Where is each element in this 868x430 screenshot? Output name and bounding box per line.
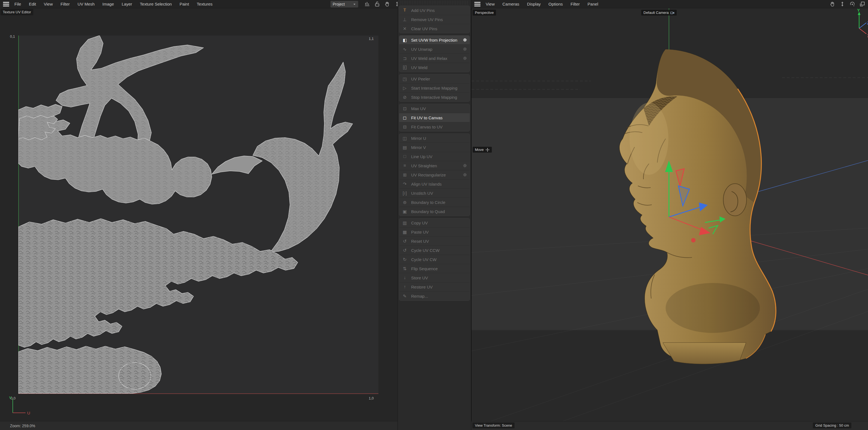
uv-cmd-label: UV Rectangularize xyxy=(411,173,446,177)
uv-cmd-unstitch-uv[interactable]: [≀]Unstitch UV xyxy=(399,189,470,198)
projection-label[interactable]: Perspective xyxy=(473,10,496,16)
uv-cmd-uv-unwrap[interactable]: ∿UV Unwrap xyxy=(399,45,470,54)
active-tool-label[interactable]: Move xyxy=(473,147,492,152)
uv-cmd-label: Flip Sequence xyxy=(411,266,438,271)
uv-cmd-boundary-to-circle[interactable]: ⊚Boundary to Circle xyxy=(399,198,470,207)
uv-cmd-clear-uv-pins[interactable]: ✕Clear UV Pins xyxy=(399,24,470,33)
fit-uv-canvas-icon: ◻ xyxy=(401,115,408,120)
uv-cmd-mirror-u[interactable]: ◫Mirror U xyxy=(399,134,470,143)
uv-cmd-align-uv-islands[interactable]: ↷Align UV Islands xyxy=(399,179,470,189)
uv-cmd-label: Max UV xyxy=(411,106,426,111)
uv-cmd-label: Cycle UV CW xyxy=(411,257,437,262)
uv-cmd-label: Set UVW from Projection xyxy=(411,38,458,42)
menu-paint[interactable]: Paint xyxy=(176,2,193,6)
uv-corner-bottom-right: 1,0 xyxy=(369,396,374,400)
uv-cmd-paste-uv[interactable]: ▦Paste UV xyxy=(399,227,470,236)
panel-grip[interactable] xyxy=(400,1,469,4)
uv-cmd-remove-uv-pins[interactable]: ⊥Remove UV Pins xyxy=(399,15,470,24)
viewport-menubar: ViewCamerasDisplayOptionsFilterPanel xyxy=(471,0,868,8)
uv-cmd-label: Paste UV xyxy=(411,230,429,234)
menu-cameras[interactable]: Cameras xyxy=(498,2,523,6)
uv-cmd-start-interactive-mapping[interactable]: ▷Start Interactive Mapping xyxy=(399,83,470,92)
project-dropdown-value: Project xyxy=(333,2,345,6)
stop-icon: ⊘ xyxy=(401,94,408,100)
uv-cmd-stop-interactive-mapping[interactable]: ⊘Stop Interactive Mapping xyxy=(399,92,470,102)
uv-command-group: ◧Set UVW from Projection∿UV Unwrap⊐UV We… xyxy=(399,35,470,72)
uv-cmd-label: Cycle UV CCW xyxy=(411,248,440,253)
uv-command-panel: ŦAdd UV Pins⊥Remove UV Pins✕Clear UV Pin… xyxy=(398,0,471,430)
camera-label[interactable]: Default Camera xyxy=(641,10,677,16)
gear-icon[interactable] xyxy=(462,47,467,52)
menu-options[interactable]: Options xyxy=(545,2,567,6)
uv-cmd-cycle-uv-cw[interactable]: ↻Cycle UV CW xyxy=(399,255,470,264)
unstitch-icon: [≀] xyxy=(401,191,408,196)
uv-cmd-restore-uv[interactable]: ↑Restore UV xyxy=(399,282,470,291)
uv-cmd-uv-weld-and-relax[interactable]: ⊐UV Weld and Relax xyxy=(399,54,470,63)
uv-cmd-copy-uv[interactable]: ▥Copy UV xyxy=(399,218,470,227)
uv-cmd-remap[interactable]: ✎Remap... xyxy=(399,291,470,300)
pin-remove-icon: ⊥ xyxy=(401,17,408,22)
uv-cmd-uv-peeler[interactable]: ◳UV Peeler xyxy=(399,74,470,83)
menu-textures[interactable]: Textures xyxy=(193,2,217,6)
menu-view[interactable]: View xyxy=(40,2,57,6)
lock-open-icon[interactable] xyxy=(374,1,380,7)
uv-cmd-line-up-uv[interactable]: □Line Up UV xyxy=(399,152,470,161)
uv-cmd-label: Add UV Pins xyxy=(411,8,435,13)
menu-edit[interactable]: Edit xyxy=(25,2,40,6)
menu-uv-mesh[interactable]: UV Mesh xyxy=(74,2,99,6)
uv-cmd-cycle-uv-ccw[interactable]: ↺Cycle UV CCW xyxy=(399,246,470,255)
pin-add-icon: Ŧ xyxy=(401,8,408,13)
chevron-down-icon xyxy=(353,3,356,6)
pan-hand-icon[interactable] xyxy=(384,1,390,7)
uv-cmd-boundary-to-quad[interactable]: ▣Boundary to Quad xyxy=(399,207,470,216)
menu-view[interactable]: View xyxy=(482,2,498,6)
uv-cmd-uv-rectangularize[interactable]: ⊞UV Rectangularize xyxy=(399,170,470,179)
weld-relax-icon: ⊐ xyxy=(401,56,408,61)
flip-sequence-icon: ⇅ xyxy=(401,266,408,271)
menu-icon[interactable] xyxy=(3,2,9,7)
menu-filter[interactable]: Filter xyxy=(57,2,73,6)
histogram-icon[interactable] xyxy=(364,1,370,7)
uv-editor-title: Texture UV Editor xyxy=(1,9,33,15)
viewport-3d[interactable]: Y Z X Perspective Default Camera Move xyxy=(471,8,868,421)
uv-cmd-uv-straighten[interactable]: ≡UV Straighten xyxy=(399,161,470,170)
uv-cmd-label: Unstitch UV xyxy=(411,191,433,196)
uv-command-group: ◳UV Peeler▷Start Interactive Mapping⊘Sto… xyxy=(399,74,470,102)
pan-hand-icon[interactable] xyxy=(830,1,835,7)
uv-command-group: ◫Mirror U▤Mirror V□Line Up UV≡UV Straigh… xyxy=(399,134,470,216)
menu-file[interactable]: File xyxy=(10,2,25,6)
uv-cmd-set-uvw-from-projection[interactable]: ◧Set UVW from Projection xyxy=(399,35,470,45)
dolly-updown-icon[interactable] xyxy=(839,1,845,7)
gear-icon[interactable] xyxy=(462,37,467,42)
viewport-status-bar: View Transform: Scene Grid Spacing : 50 … xyxy=(471,421,868,430)
menu-filter[interactable]: Filter xyxy=(567,2,584,6)
gear-icon[interactable] xyxy=(462,172,467,177)
maximize-view-icon[interactable] xyxy=(859,1,865,7)
menu-texture-selection[interactable]: Texture Selection xyxy=(136,2,176,6)
menu-icon[interactable] xyxy=(474,2,481,7)
uv-editor-pane: Texture UV Editor xyxy=(0,8,398,421)
uv-cmd-fit-uv-to-canvas[interactable]: ◻Fit UV to Canvas xyxy=(399,113,470,122)
orbit-icon[interactable] xyxy=(849,1,855,7)
uv-cmd-label: Restore UV xyxy=(411,285,433,289)
fit-canvas-uv-icon: ⊟ xyxy=(401,124,408,130)
uv-cmd-reset-uv[interactable]: ↺Reset UV xyxy=(399,236,470,246)
uv-cmd-fit-canvas-to-uv[interactable]: ⊟Fit Canvas to UV xyxy=(399,122,470,131)
uv-cmd-max-uv[interactable]: ⊡Max UV xyxy=(399,104,470,113)
gear-icon[interactable] xyxy=(462,163,467,168)
uv-cmd-flip-sequence[interactable]: ⇅Flip Sequence xyxy=(399,264,470,273)
play-icon: ▷ xyxy=(401,85,408,91)
menu-image[interactable]: Image xyxy=(98,2,118,6)
project-dropdown[interactable]: Project xyxy=(331,1,358,7)
uv-cmd-label: Store UV xyxy=(411,276,428,280)
uv-cmd-uv-weld[interactable]: [{]UV Weld xyxy=(399,63,470,72)
menu-layer[interactable]: Layer xyxy=(118,2,136,6)
menu-display[interactable]: Display xyxy=(523,2,545,6)
line-up-icon: □ xyxy=(401,154,408,159)
uv-canvas[interactable] xyxy=(18,35,378,394)
gear-icon[interactable] xyxy=(462,56,467,61)
uv-cmd-mirror-v[interactable]: ▤Mirror V xyxy=(399,143,470,152)
uv-cmd-add-uv-pins[interactable]: ŦAdd UV Pins xyxy=(399,6,470,15)
menu-panel[interactable]: Panel xyxy=(584,2,602,6)
uv-cmd-store-uv[interactable]: ↓Store UV xyxy=(399,273,470,282)
